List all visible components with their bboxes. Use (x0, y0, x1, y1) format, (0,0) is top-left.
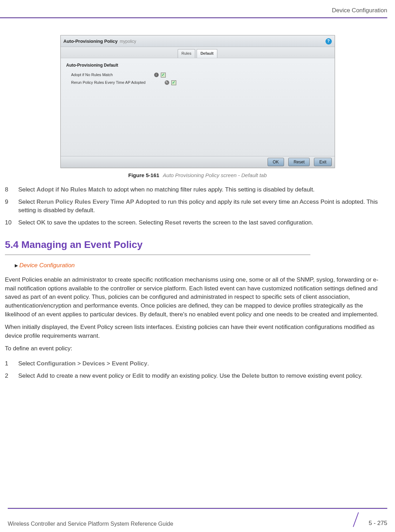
button-bar: OK Reset Exit (61, 156, 335, 168)
bold-term: Rerun Policy Rules Every Time AP Adopted (37, 198, 160, 205)
edit-icon[interactable]: ✎ (165, 80, 169, 85)
page-number: 5 - 275 (369, 519, 387, 528)
text-fragment: > (75, 360, 82, 367)
breadcrumb-link[interactable]: Device Configuration (19, 261, 75, 270)
steps-list-b: 1 Select Configuration > Devices > Event… (5, 359, 390, 380)
body-paragraph: When initially displayed, the Event Poli… (5, 323, 390, 340)
text-fragment: button to remove existing event policy. (260, 372, 363, 379)
steps-list-a: 8 Select Adopt if No Rules Match to adop… (5, 186, 390, 227)
bold-term: Edit (132, 372, 144, 379)
step-text: Select Add to create a new event policy … (18, 372, 388, 381)
step-number: 1 (5, 359, 14, 368)
step-text: Select OK to save the updates to the scr… (18, 218, 388, 227)
bold-term: Reset (165, 219, 181, 226)
figure-caption: Figure 5-161 Auto Provisioning Policy sc… (60, 171, 335, 179)
window-title: Auto-Provisioning Policy (64, 38, 118, 45)
triangle-icon: ▶ (15, 263, 18, 269)
step-text: Select Configuration > Devices > Event P… (18, 359, 388, 368)
text-fragment: to modify an existing policy. Use the (144, 372, 242, 379)
exit-button[interactable]: Exit (314, 158, 331, 166)
text-fragment: Select (18, 219, 37, 226)
text-fragment: to adopt when no matching filter rules a… (105, 186, 315, 193)
app-window: Auto-Provisioning Policy mypolicy ? Rule… (60, 35, 335, 168)
panel-section-title: Auto-Provisioning Default (66, 62, 329, 68)
step-8: 8 Select Adopt if No Rules Match to adop… (5, 186, 390, 194)
tab-row: Rules Default (61, 47, 335, 58)
slash-icon (350, 512, 366, 528)
breadcrumb: ▶ Device Configuration (15, 261, 390, 270)
form-row-adopt: Adopt if No Rules Match i ✓ (71, 72, 329, 78)
text-fragment: Select (18, 186, 37, 193)
header-section: Device Configuration (332, 7, 387, 14)
window-subtitle: mypolicy (120, 39, 136, 45)
bold-term: Delete (242, 372, 260, 379)
panel-body: Auto-Provisioning Default Adopt if No Ru… (61, 58, 335, 156)
step-number: 2 (5, 372, 14, 381)
titlebar-left: Auto-Provisioning Policy mypolicy (64, 38, 136, 45)
step-number: 10 (5, 218, 14, 227)
step-10: 10 Select OK to save the updates to the … (5, 218, 390, 227)
rerun-checkbox[interactable]: ✓ (171, 80, 176, 85)
section-heading: 5.4 Managing an Event Policy (5, 238, 390, 252)
bold-term: Adopt if No Rules Match (37, 186, 105, 193)
footer-divider (8, 508, 387, 509)
text-fragment: Select (18, 372, 37, 379)
header-divider (0, 17, 387, 18)
figure-caption-text: Auto Provisioning Policy screen - Defaul… (163, 172, 267, 178)
help-icon[interactable]: ? (325, 38, 332, 45)
page-header: Device Configuration (0, 0, 395, 18)
text-fragment: > (105, 360, 112, 367)
text-fragment: reverts the screen to the last saved con… (181, 219, 313, 226)
step-1: 1 Select Configuration > Devices > Event… (5, 359, 390, 368)
figure-label: Figure 5-161 (128, 172, 159, 178)
info-icon[interactable]: i (154, 73, 159, 77)
tab-rules[interactable]: Rules (178, 49, 195, 58)
text-fragment: Select (18, 360, 37, 367)
text-fragment: to create a new event policy or (48, 372, 132, 379)
text-fragment: . (147, 360, 149, 367)
text-fragment: Select (18, 198, 37, 205)
bold-term: Configuration (37, 360, 75, 367)
bold-term: Event Policy (112, 360, 147, 367)
window-titlebar: Auto-Provisioning Policy mypolicy ? (61, 35, 335, 47)
bold-term: OK (37, 219, 46, 226)
bold-term: Devices (83, 360, 105, 367)
adopt-label: Adopt if No Rules Match (71, 72, 152, 78)
bold-term: Add (37, 372, 48, 379)
step-2: 2 Select Add to create a new event polic… (5, 372, 390, 381)
form-row-rerun: Rerun Policy Rules Every Time AP Adopted… (71, 80, 329, 86)
step-text: Select Adopt if No Rules Match to adopt … (18, 186, 388, 194)
tab-default[interactable]: Default (197, 49, 217, 58)
body-paragraph: Event Policies enable an administrator t… (5, 276, 390, 319)
rerun-label: Rerun Policy Rules Every Time AP Adopted (71, 80, 163, 86)
step-9: 9 Select Rerun Policy Rules Every Time A… (5, 198, 390, 215)
step-number: 8 (5, 186, 14, 194)
figure-container: Auto-Provisioning Policy mypolicy ? Rule… (60, 35, 335, 180)
adopt-checkbox[interactable]: ✓ (161, 73, 166, 78)
step-text: Select Rerun Policy Rules Every Time AP … (18, 198, 388, 215)
reset-button[interactable]: Reset (288, 158, 310, 166)
page-content: Auto-Provisioning Policy mypolicy ? Rule… (0, 35, 395, 381)
page-footer: Wireless Controller and Service Platform… (0, 508, 395, 528)
step-number: 9 (5, 198, 14, 215)
page-number-box: 5 - 275 (350, 512, 387, 528)
section-divider (5, 255, 310, 255)
body-paragraph: To define an event policy: (5, 344, 390, 353)
ok-button[interactable]: OK (268, 158, 284, 166)
text-fragment: to save the updates to the screen. Selec… (45, 219, 165, 226)
footer-row: Wireless Controller and Service Platform… (8, 512, 387, 528)
guide-title: Wireless Controller and Service Platform… (8, 520, 173, 528)
